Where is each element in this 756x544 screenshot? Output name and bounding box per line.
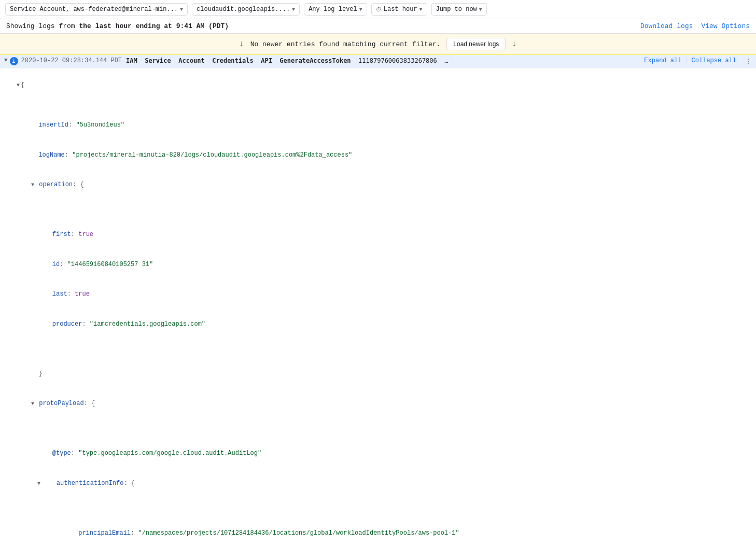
json-block: insertId: "5u3nond1eus" logName: "projec…: [17, 101, 748, 544]
log-level-label: Any log level: [309, 6, 357, 13]
expand-collapse-actions: Expand all | Collapse all: [644, 57, 740, 64]
json-line: id: "144659160840105257 31": [37, 260, 748, 270]
status-text: Showing logs from the last hour ending a…: [6, 22, 229, 30]
download-logs-link[interactable]: Download logs: [640, 22, 693, 30]
json-toggle-icon[interactable]: ▼: [31, 401, 34, 407]
json-line: ▼ {: [17, 80, 748, 90]
log-timestamp: 2020-10-22 09:28:34.144 PDT: [21, 57, 122, 64]
status-bar: Showing logs from the last hour ending a…: [0, 19, 756, 34]
toolbar: Service Account, aws-federated@mineral-m…: [0, 0, 756, 19]
expand-all-link[interactable]: Expand all: [644, 57, 681, 64]
down-arrow-left-icon: ↓: [239, 39, 244, 49]
load-newer-button[interactable]: Load newer logs: [446, 38, 506, 50]
collapse-all-link[interactable]: Collapse all: [692, 57, 736, 64]
json-line: principalEmail: "/namespaces/projects/10…: [56, 528, 748, 538]
json-line: last: true: [37, 289, 748, 299]
service-account-dropdown[interactable]: Service Account, aws-federated@mineral-m…: [5, 3, 188, 16]
status-prefix: Showing logs from: [6, 22, 79, 30]
time-range-chevron: ▼: [419, 7, 423, 12]
json-line: ▼ authenticationInfo: {: [37, 479, 748, 489]
log-message-text: IAM Service Account Credentials API Gene…: [126, 57, 448, 64]
jump-chevron: ▼: [479, 7, 482, 12]
json-line: producer: "iamcredentials.googleapis.com…: [37, 319, 748, 329]
json-line: @type: "type.googleapis.com/google.cloud…: [37, 449, 748, 458]
separator: |: [684, 57, 688, 64]
log-name-label: cloudaudit.googleapis....: [197, 6, 290, 13]
more-options-icon[interactable]: ⋮: [745, 57, 752, 66]
json-block: @type: "type.googleapis.com/google.cloud…: [25, 429, 748, 544]
log-message: IAM Service Account Credentials API Gene…: [126, 57, 644, 64]
clock-icon: ⏱: [376, 6, 382, 13]
log-severity-badge: i: [10, 57, 18, 65]
jump-label: Jump to now: [436, 6, 477, 13]
json-block: first: true id: "144659160840105257 31" …: [25, 210, 748, 350]
json-content-area: ▼ { insertId: "5u3nond1eus" logName: "pr…: [0, 68, 756, 544]
json-line: first: true: [37, 230, 748, 240]
json-line: logName: "projects/mineral-minutia-820/l…: [25, 150, 748, 160]
time-range-dropdown[interactable]: ⏱ Last hour ▼: [371, 3, 427, 16]
log-level-chevron: ▼: [359, 7, 362, 12]
log-level-dropdown[interactable]: Any log level ▼: [304, 3, 367, 16]
log-name-dropdown[interactable]: cloudaudit.googleapis.... ▼: [192, 3, 300, 16]
json-line: ▼ operation: {: [25, 180, 748, 190]
json-toggle-icon[interactable]: ▼: [37, 480, 40, 488]
json-line: }: [25, 369, 748, 379]
warning-banner: ↓ No newer entries found matching curren…: [0, 34, 756, 55]
json-line: ▼ protoPayload: {: [25, 399, 748, 409]
service-account-chevron: ▼: [180, 7, 183, 12]
json-line: insertId: "5u3nond1eus": [25, 120, 748, 130]
json-block: principalEmail: "/namespaces/projects/10…: [37, 508, 748, 544]
down-arrow-right-icon: ↓: [512, 39, 517, 49]
status-actions: Download logs View Options: [640, 22, 750, 30]
time-range-label: Last hour: [384, 6, 417, 13]
warning-message: No newer entries found matching current …: [250, 40, 441, 48]
json-toggle-icon[interactable]: ▼: [17, 81, 20, 90]
service-account-label: Service Account, aws-federated@mineral-m…: [10, 6, 178, 13]
view-options-link[interactable]: View Options: [701, 22, 750, 30]
log-entry-header[interactable]: ▼ i 2020-10-22 09:28:34.144 PDT IAM Serv…: [0, 55, 756, 68]
json-toggle-icon[interactable]: ▼: [31, 182, 34, 188]
status-bold: the last hour ending at 9:41 AM (PDT): [79, 22, 229, 30]
expand-toggle-icon[interactable]: ▼: [4, 57, 8, 63]
jump-to-now-button[interactable]: Jump to now ▼: [431, 3, 487, 16]
log-name-chevron: ▼: [292, 7, 295, 12]
